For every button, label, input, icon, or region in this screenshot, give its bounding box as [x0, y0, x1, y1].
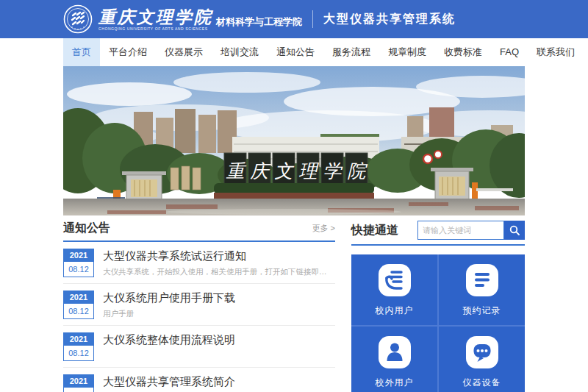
notice-day: 08.12 — [64, 262, 93, 277]
header-divider — [312, 10, 313, 28]
campus-banner-image: 重 庆 文 理 学 院 — [63, 66, 525, 215]
notice-year: 2021 — [64, 291, 93, 304]
tile-label: 校内用户 — [376, 304, 414, 317]
search-button[interactable] — [504, 221, 525, 240]
notice-date-badge: 2021 08.12 — [63, 374, 94, 392]
notice-summary: 大仪共享系统，开始投入使用，相关使用手册，打开如下链接即可下载学习。http:/… — [103, 267, 329, 277]
quick-channel-title: 快捷通道 — [351, 223, 398, 238]
gate-char-1: 重 — [226, 160, 247, 182]
quick-tiles: 校内用户 预约记录 校外用 — [351, 254, 525, 392]
gate-char-5: 学 — [323, 160, 343, 182]
notice-date-badge: 2021 08.12 — [63, 332, 94, 361]
nav-item-faq[interactable]: FAQ — [491, 38, 528, 66]
notice-summary: 用户手册 — [103, 309, 235, 319]
tile-label: 预约记录 — [463, 304, 501, 317]
notice-title-link[interactable]: 大仪系统整体使用流程说明 — [103, 333, 235, 347]
search-icon — [509, 225, 520, 235]
nav-item-fees[interactable]: 收费标准 — [435, 38, 491, 66]
notice-day: 08.12 — [64, 388, 93, 392]
chat-dots-icon — [465, 335, 499, 369]
nav-item-service-flow[interactable]: 服务流程 — [323, 38, 379, 66]
university-brand: 重庆文理学院 CHONGQING UNIVERSITY OF ARTS AND … — [98, 8, 213, 31]
gate-char-2: 庆 — [250, 160, 272, 182]
quick-channel-section: 快捷通道 — [351, 221, 525, 392]
notice-summary — [103, 351, 235, 360]
nav-item-home[interactable]: 首页 — [63, 38, 100, 66]
notice-title-link[interactable]: 大型仪器共享管理系统简介 — [103, 375, 329, 389]
top-header: 重庆文理学院 CHONGQING UNIVERSITY OF ARTS AND … — [0, 0, 588, 38]
tile-reservation-records[interactable]: 预约记录 — [439, 254, 525, 325]
notice-year: 2021 — [64, 249, 93, 262]
notice-item: 2021 08.12 大仪系统整体使用流程说明 — [63, 326, 335, 368]
tile-campus-users[interactable]: 校内用户 — [351, 254, 437, 325]
university-logo-icon — [63, 4, 93, 34]
search-input[interactable] — [417, 221, 504, 240]
tile-instruments[interactable]: 仪器设备 — [439, 327, 525, 392]
tile-external-users[interactable]: 校外用户 — [351, 327, 437, 392]
nav-item-platform-intro[interactable]: 平台介绍 — [100, 38, 156, 66]
university-name-cn: 重庆文理学院 — [98, 8, 213, 25]
notice-date-badge: 2021 08.12 — [63, 249, 94, 277]
notice-item: 2021 08.12 大型仪器共享系统试运行通知 大仪共享系统，开始投入使用，相… — [63, 242, 335, 284]
nav-item-regulations[interactable]: 规章制度 — [379, 38, 435, 66]
gate-char-6: 院 — [348, 160, 368, 182]
notice-title-link[interactable]: 大仪系统用户使用手册下载 — [103, 291, 235, 305]
notice-year: 2021 — [64, 375, 93, 388]
list-icon — [465, 263, 499, 297]
notice-title-link[interactable]: 大型仪器共享系统试运行通知 — [103, 249, 329, 263]
tile-label: 校外用户 — [376, 377, 414, 389]
notice-date-badge: 2021 08.12 — [63, 291, 94, 319]
system-title: 大型仪器共享管理系统 — [323, 12, 456, 27]
notices-section: 通知公告 更多 > 2021 08.12 大型仪器共享系统试运行通知 大仪共享系… — [63, 221, 335, 392]
gate-char-3: 文 — [275, 160, 295, 182]
department-name: 材料科学与工程学院 — [216, 15, 302, 29]
nav-item-notices[interactable]: 通知公告 — [268, 38, 323, 66]
tile-label: 仪器设备 — [463, 377, 501, 389]
notice-year: 2021 — [64, 333, 93, 346]
search-box — [417, 221, 525, 240]
notices-title: 通知公告 — [63, 221, 110, 236]
notice-day: 08.12 — [64, 304, 93, 318]
notice-item: 2021 08.12 大型仪器共享管理系统简介 大型仪器共享管理系统，是将学院大… — [63, 368, 335, 392]
main-nav: 首页 平台介绍 仪器展示 培训交流 通知公告 服务流程 规章制度 收费标准 FA… — [0, 38, 588, 66]
nav-item-instrument-display[interactable]: 仪器展示 — [156, 38, 212, 66]
user-icon — [378, 335, 412, 369]
hand-lines-icon — [378, 263, 412, 297]
notice-item: 2021 08.12 大仪系统用户使用手册下载 用户手册 — [63, 284, 335, 326]
university-name-en: CHONGQING UNIVERSITY OF ARTS AND SCIENCE… — [98, 27, 213, 31]
notices-more-link[interactable]: 更多 > — [312, 223, 335, 234]
notice-day: 08.12 — [64, 346, 93, 360]
nav-item-training[interactable]: 培训交流 — [212, 38, 268, 66]
gate-char-4: 理 — [299, 160, 320, 182]
nav-item-contact[interactable]: 联系我们 — [528, 38, 584, 66]
